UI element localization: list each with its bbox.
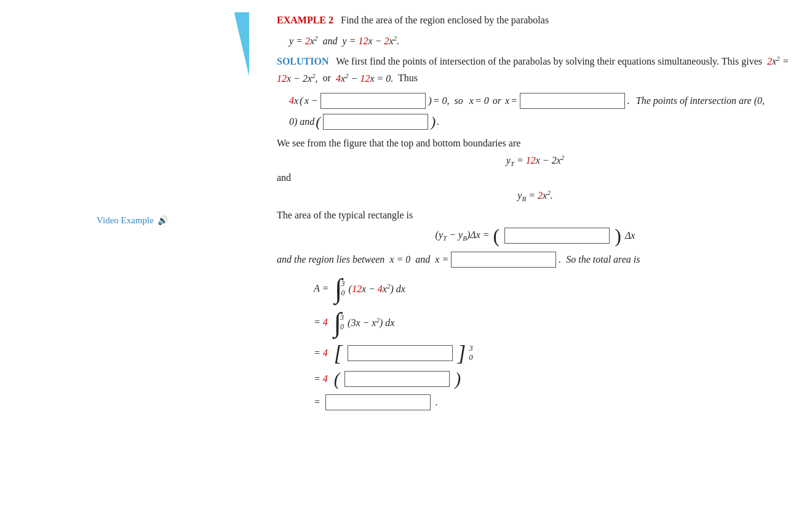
svg-rect-0	[126, 12, 145, 209]
intersection-box[interactable]	[323, 114, 428, 130]
or2-text: or	[490, 95, 504, 106]
integral-1-line: A = ∫ 3 0 (12x − 4x2) dx	[314, 275, 794, 303]
example-label: EXAMPLE 2	[277, 15, 333, 25]
region-line: and the region lies between x = 0 and x …	[277, 252, 794, 268]
main-equations: y = 2x2 and y = 12x − 2x2.	[289, 34, 794, 47]
graph-container: y x -4 -2 2 4 6 5 10 15 20 25 -5 yT yB	[15, 12, 249, 209]
yT-equation: yT = 12x − 2x2	[277, 154, 794, 168]
solution-text1: We first find the points of intersection…	[336, 56, 762, 66]
final-answer-line: = .	[314, 394, 794, 410]
integral-section: A = ∫ 3 0 (12x − 4x2) dx = 4 ∫ 3 0 (3x −…	[314, 275, 794, 410]
or1-text: or	[323, 73, 331, 84]
factor-input-1[interactable]	[320, 93, 426, 109]
and-text: and	[277, 172, 794, 183]
area-expr-box[interactable]	[504, 228, 610, 244]
solution-block: SOLUTION We first find the points of int…	[277, 53, 794, 87]
region-upper-box[interactable]	[451, 252, 556, 268]
factored-equation-line: 4x ( x − ) = 0, so x = 0 or x = . The po…	[289, 93, 794, 109]
eval-expr-box[interactable]	[344, 371, 450, 387]
right-panel: EXAMPLE 2 Find the area of the region en…	[265, 0, 812, 518]
math-graph: y x -4 -2 2 4 6 5 10 15 20 25 -5 yT yB	[15, 12, 249, 209]
integral-2-line: = 4 ∫ 3 0 (3x − x2) dx	[314, 309, 794, 337]
solution-label: SOLUTION	[277, 56, 328, 66]
example-header: EXAMPLE 2 Find the area of the region en…	[277, 12, 794, 28]
speaker-icon: 🔊	[157, 215, 168, 226]
integral-3-line: = 4 [ ] 3 0	[314, 343, 794, 364]
intersection-points-line: 0) and ( ) .	[289, 114, 794, 130]
integral-4-line: = 4 ( )	[314, 370, 794, 388]
area-text: The area of the typical rectangle is	[277, 210, 794, 221]
left-panel: y x -4 -2 2 4 6 5 10 15 20 25 -5 yT yB V…	[0, 0, 265, 518]
area-equation-line: (yT − yB)Δx = ( ) Δx	[277, 226, 794, 245]
example-title: Find the area of the region enclosed by …	[341, 15, 549, 25]
bracket-expr-box[interactable]	[348, 345, 453, 361]
video-label: Video Example	[97, 215, 154, 226]
final-answer-box[interactable]	[325, 394, 431, 410]
video-example-link[interactable]: Video Example 🔊	[97, 215, 168, 226]
boundary-text: We see from the figure that the top and …	[277, 138, 794, 149]
factor-input-2[interactable]	[520, 93, 625, 109]
yB-equation: yB = 2x2.	[277, 188, 794, 202]
